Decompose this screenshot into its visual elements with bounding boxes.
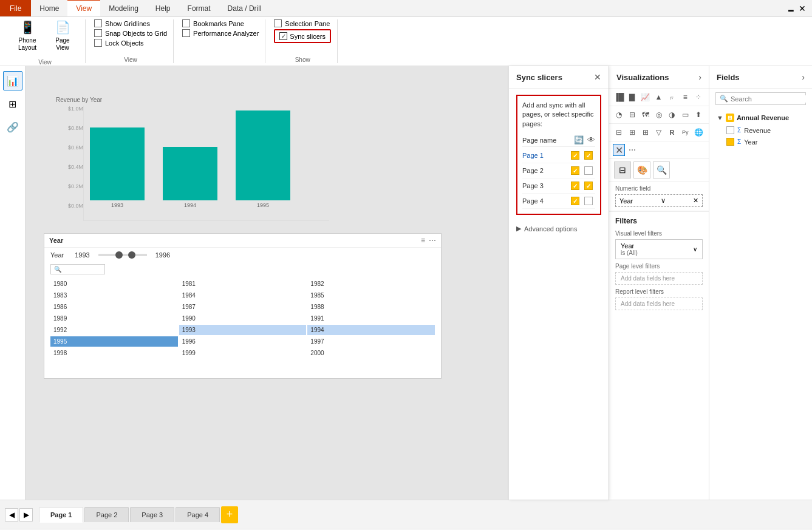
sync-page1-sync-cb[interactable]: ✓ (570, 151, 580, 160)
viz-r-icon[interactable]: R (666, 126, 678, 138)
year-1991[interactable]: 1991 (307, 313, 435, 324)
page-prev-button[interactable]: ◀ (5, 508, 18, 522)
viz-format-tab-icon[interactable]: 🎨 (633, 161, 650, 178)
fields-table-annual-revenue[interactable]: ▼ ⊞ Annual Revenue (715, 111, 806, 124)
page-tab-1[interactable]: Page 1 (39, 507, 83, 523)
year-1992[interactable]: 1992 (50, 325, 178, 335)
viz-card-icon[interactable]: ▭ (679, 109, 691, 121)
viz-globe-icon[interactable]: 🌐 (692, 126, 705, 138)
fields-panel-expand-icon[interactable]: › (802, 72, 805, 82)
viz-analytics-tab-icon[interactable]: 🔍 (653, 161, 670, 178)
sync-page1-vis-cb[interactable]: ✓ (584, 151, 593, 160)
show-gridlines-checkbox[interactable]: Show Gridlines (94, 19, 167, 27)
viz-scatter-icon[interactable]: ⁘ (692, 91, 705, 103)
page-tab-3[interactable]: Page 3 (130, 507, 174, 522)
slicer-hamburger-icon[interactable]: ≡ (421, 236, 425, 245)
viz-fields-tab-icon[interactable]: ⊟ (614, 161, 631, 178)
year-1993[interactable]: 1993 (179, 325, 307, 335)
sync-slicers-button[interactable]: Sync slicers (274, 29, 331, 43)
page-view-button[interactable]: 📄 Page View (46, 17, 79, 55)
year-1980[interactable]: 1980 (50, 279, 178, 289)
advanced-options-toggle[interactable]: ▶ Advanced options (516, 220, 601, 237)
year-1981[interactable]: 1981 (179, 279, 307, 289)
viz-kpi-icon[interactable]: ⬆ (692, 109, 705, 121)
year-1985[interactable]: 1985 (307, 290, 435, 301)
year-1995[interactable]: 1995 (50, 336, 178, 347)
year-1997[interactable]: 1997 (307, 336, 435, 347)
viz-funnel-icon[interactable]: ▽ (653, 126, 665, 138)
tab-view[interactable]: View (67, 0, 100, 16)
sync-page3-vis-cb[interactable]: ✓ (584, 181, 593, 191)
performance-analyzer-checkbox[interactable]: Performance Analyzer (182, 29, 259, 37)
viz-selected-icon[interactable]: ✕ (613, 144, 625, 156)
year-1989[interactable]: 1989 (50, 313, 178, 324)
snap-objects-checkbox[interactable]: Snap Objects to Grid (94, 29, 167, 37)
report-level-add[interactable]: Add data fields here (615, 297, 703, 310)
slicer-thumb-left[interactable] (115, 251, 123, 259)
year-1983[interactable]: 1983 (50, 290, 178, 301)
data-view-icon[interactable]: ⊞ (3, 94, 22, 114)
viz-more-icon[interactable]: ⋯ (626, 144, 638, 156)
window-close-icon[interactable]: ✕ (799, 4, 806, 13)
viz-python-icon[interactable]: Py (679, 126, 691, 138)
page-next-button[interactable]: ▶ (19, 508, 33, 522)
year-2000[interactable]: 2000 (307, 348, 435, 358)
revenue-checkbox[interactable] (726, 126, 734, 134)
numeric-field-chevron-icon[interactable]: ∨ (661, 197, 666, 205)
year-1996[interactable]: 1996 (179, 336, 307, 347)
window-minimize-icon[interactable]: 🗕 (786, 4, 795, 13)
phone-layout-button[interactable]: 📱 Phone Layout (11, 17, 44, 55)
sync-page3-sync-cb[interactable]: ✓ (570, 181, 580, 191)
viz-area-icon[interactable]: ▲ (653, 91, 665, 103)
sync-panel-close-icon[interactable]: ✕ (594, 72, 601, 82)
viz-treemap-icon[interactable]: ⊟ (626, 109, 638, 121)
viz-table-icon[interactable]: ⊞ (626, 126, 638, 138)
viz-donut-icon[interactable]: ◎ (653, 109, 665, 121)
sync-page2-vis-cb[interactable] (584, 166, 593, 175)
tab-home[interactable]: Home (31, 0, 67, 16)
year-filter-field[interactable]: Year is (All) ∨ (615, 239, 703, 259)
tab-help[interactable]: Help (147, 0, 179, 16)
year-1998[interactable]: 1998 (50, 348, 178, 358)
filter-chevron-icon[interactable]: ∨ (693, 246, 697, 253)
viz-pie-icon[interactable]: ◔ (613, 109, 625, 121)
viz-column-icon[interactable]: ▇ (626, 91, 638, 103)
tab-data-drill[interactable]: Data / Drill (219, 0, 270, 16)
slicer-track[interactable] (98, 254, 147, 256)
viz-bar-icon[interactable]: ▐█ (613, 91, 625, 103)
page-tab-2[interactable]: Page 2 (84, 507, 129, 522)
tab-file[interactable]: File (0, 0, 31, 16)
year-1988[interactable]: 1988 (307, 302, 435, 312)
sync-page4-sync-cb[interactable]: ✓ (570, 196, 580, 206)
year-1999[interactable]: 1999 (179, 348, 307, 358)
tab-format[interactable]: Format (179, 0, 219, 16)
viz-map-icon[interactable]: 🗺 (640, 109, 652, 121)
fields-search-box[interactable]: 🔍 (715, 92, 806, 105)
numeric-field-clear-icon[interactable]: ✕ (693, 197, 698, 205)
slicer-thumb-right[interactable] (128, 251, 135, 259)
viz-ribbon-icon[interactable]: ⟔ (666, 91, 678, 103)
report-view-icon[interactable]: 📊 (3, 71, 22, 90)
fields-item-year[interactable]: Σ Year (715, 136, 806, 148)
add-page-button[interactable]: + (221, 506, 238, 523)
slicer-more-icon[interactable]: ⋯ (429, 236, 436, 245)
year-1982[interactable]: 1982 (307, 279, 435, 289)
sync-page2-sync-cb[interactable]: ✓ (570, 166, 580, 175)
viz-waterfall-icon[interactable]: ≡ (679, 91, 691, 103)
lock-objects-checkbox[interactable]: Lock Objects (94, 39, 167, 47)
fields-search-input[interactable] (731, 95, 812, 103)
slicer-search-box[interactable]: 🔍 (50, 264, 105, 274)
viz-slicer-icon[interactable]: ⊟ (613, 126, 625, 138)
sync-page4-vis-cb[interactable] (584, 196, 593, 206)
year-1994[interactable]: 1994 (307, 325, 435, 335)
year-1990[interactable]: 1990 (179, 313, 307, 324)
selection-pane-checkbox[interactable]: Selection Pane (274, 19, 331, 27)
viz-line-icon[interactable]: 📈 (640, 91, 652, 103)
page-tab-4[interactable]: Page 4 (176, 507, 220, 522)
year-1986[interactable]: 1986 (50, 302, 178, 312)
viz-panel-expand-icon[interactable]: › (698, 72, 701, 82)
year-checkbox[interactable] (726, 138, 734, 146)
viz-matrix-icon[interactable]: ⊞ (640, 126, 652, 138)
model-view-icon[interactable]: 🔗 (3, 117, 22, 137)
year-1987[interactable]: 1987 (179, 302, 307, 312)
